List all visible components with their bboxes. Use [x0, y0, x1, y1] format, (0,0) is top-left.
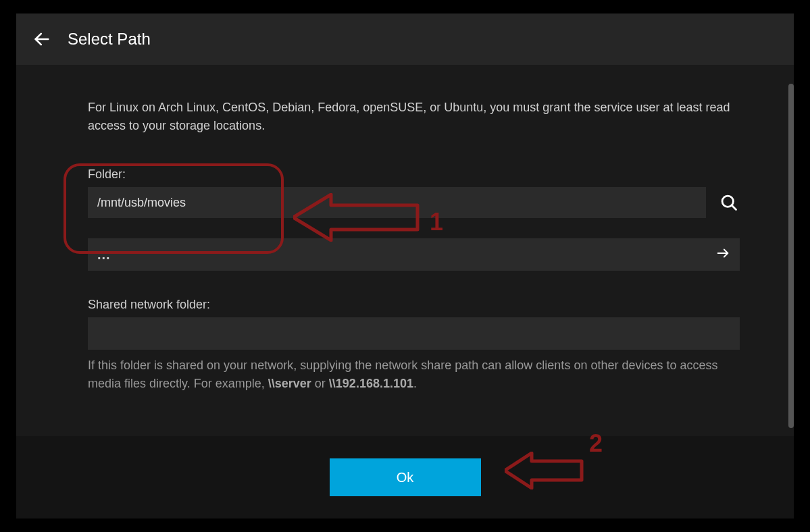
dialog-header: Select Path — [16, 14, 794, 65]
folder-input[interactable] — [88, 187, 706, 218]
scrollbar[interactable] — [788, 84, 794, 428]
info-text: For Linux on Arch Linux, CentOS, Debian,… — [88, 99, 736, 135]
search-button[interactable] — [718, 192, 740, 213]
chevron-right-icon — [715, 246, 730, 263]
select-path-dialog: Select Path For Linux on Arch Linux, Cen… — [16, 14, 794, 518]
search-icon — [719, 193, 738, 212]
shared-network-help: If this folder is shared on your network… — [88, 356, 740, 393]
arrow-left-icon — [32, 30, 51, 49]
parent-folder-label: ... — [97, 247, 111, 263]
shared-network-label: Shared network folder: — [88, 298, 740, 312]
dialog-body: For Linux on Arch Linux, CentOS, Debian,… — [16, 65, 794, 436]
ok-button[interactable]: Ok — [330, 458, 481, 496]
dialog-title: Select Path — [68, 30, 151, 49]
back-button[interactable] — [30, 27, 54, 51]
svg-line-2 — [732, 205, 736, 209]
dialog-footer: Ok — [16, 436, 794, 518]
parent-folder-row[interactable]: ... — [88, 238, 740, 271]
shared-network-input[interactable] — [88, 317, 740, 350]
folder-label: Folder: — [88, 167, 740, 182]
folder-row — [88, 187, 740, 218]
